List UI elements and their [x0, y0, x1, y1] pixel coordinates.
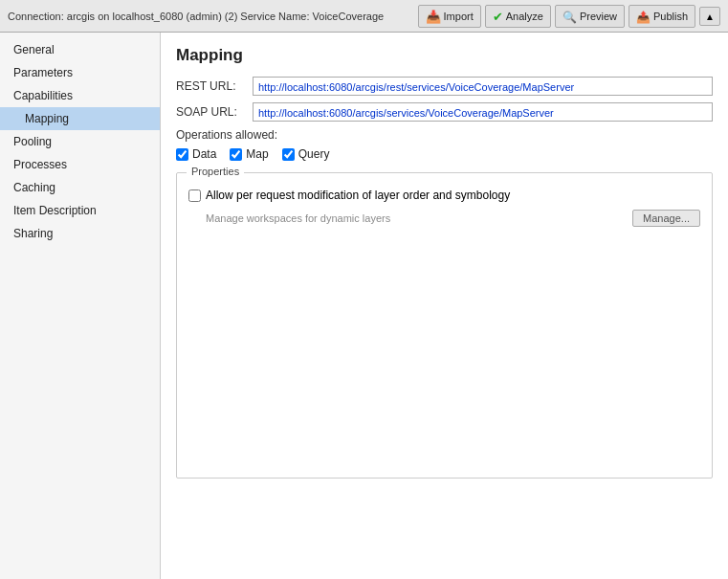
main-layout: General Parameters Capabilities Mapping …: [0, 33, 728, 579]
preview-icon: [563, 9, 577, 24]
manage-label: Manage workspaces for dynamic layers: [206, 212, 390, 224]
operations-label: Operations allowed:: [176, 128, 713, 142]
soap-url-row: SOAP URL: http://localhost:6080/arcgis/s…: [176, 102, 713, 122]
analyze-button[interactable]: Analyze: [485, 5, 551, 28]
sidebar-item-parameters[interactable]: Parameters: [0, 61, 160, 84]
sidebar-item-sharing[interactable]: Sharing: [0, 222, 160, 245]
sidebar-item-pooling[interactable]: Pooling: [0, 130, 160, 153]
checkbox-query-input[interactable]: [282, 148, 295, 161]
rest-url-label: REST URL:: [176, 79, 253, 93]
checkbox-query[interactable]: Query: [282, 147, 330, 161]
properties-box: Properties Allow per request modificatio…: [176, 172, 713, 479]
preview-button[interactable]: Preview: [555, 5, 625, 28]
sidebar: General Parameters Capabilities Mapping …: [0, 33, 161, 579]
rest-url-row: REST URL: http://localhost:6080/arcgis/r…: [176, 77, 713, 96]
sidebar-item-caching[interactable]: Caching: [0, 176, 160, 199]
checkbox-map[interactable]: Map: [230, 147, 268, 161]
analyze-icon: [493, 9, 503, 24]
allow-modification-input[interactable]: [188, 189, 201, 202]
sidebar-item-capabilities[interactable]: Capabilities: [0, 84, 160, 107]
sidebar-item-general[interactable]: General: [0, 38, 160, 61]
manage-row: Manage workspaces for dynamic layers Man…: [188, 210, 700, 227]
allow-label: Allow per request modification of layer …: [206, 189, 510, 202]
operations-checkboxes: Data Map Query: [176, 147, 713, 161]
import-icon: [426, 9, 441, 24]
manage-button[interactable]: Manage...: [632, 210, 700, 227]
collapse-button[interactable]: [699, 7, 720, 26]
content-area: Mapping REST URL: http://localhost:6080/…: [161, 33, 728, 579]
sidebar-item-mapping[interactable]: Mapping: [0, 107, 160, 130]
soap-url-label: SOAP URL:: [176, 105, 253, 119]
publish-label: Publish: [653, 11, 688, 22]
publish-icon: [636, 9, 651, 24]
publish-button[interactable]: Publish: [629, 5, 695, 28]
import-label: Import: [444, 11, 474, 22]
soap-url-value: http://localhost:6080/arcgis/services/Vo…: [253, 102, 713, 122]
properties-legend: Properties: [187, 166, 244, 177]
checkbox-data[interactable]: Data: [176, 147, 216, 161]
connection-info: Connection: arcgis on localhost_6080 (ad…: [8, 11, 414, 22]
page-title: Mapping: [176, 46, 713, 65]
import-button[interactable]: Import: [418, 5, 481, 28]
sidebar-item-processes[interactable]: Processes: [0, 153, 160, 176]
sidebar-item-item-description[interactable]: Item Description: [0, 199, 160, 222]
top-bar: Connection: arcgis on localhost_6080 (ad…: [0, 0, 728, 33]
preview-label: Preview: [580, 11, 617, 22]
checkbox-map-input[interactable]: [230, 148, 242, 161]
analyze-label: Analyze: [506, 11, 543, 22]
allow-modification-checkbox[interactable]: Allow per request modification of layer …: [188, 189, 700, 202]
rest-url-value: http://localhost:6080/arcgis/rest/servic…: [253, 77, 713, 96]
collapse-icon: [705, 11, 715, 22]
checkbox-data-input[interactable]: [176, 148, 188, 161]
